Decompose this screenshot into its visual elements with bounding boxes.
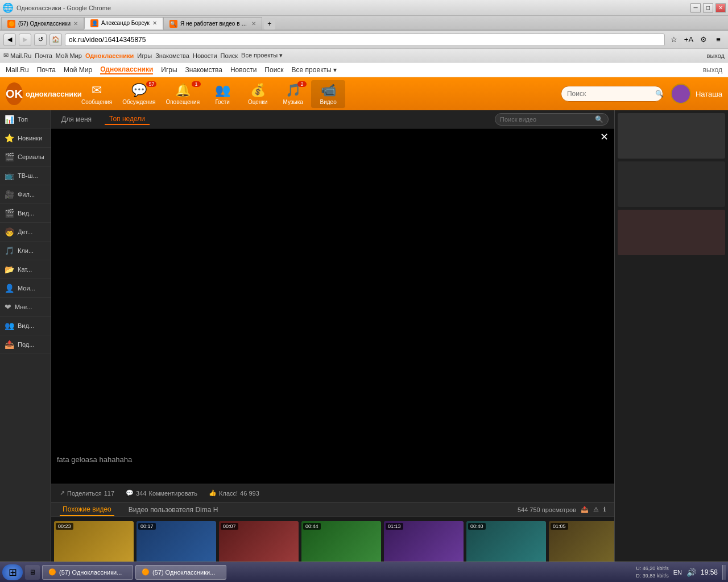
back-button[interactable]: ◀ — [3, 34, 16, 46]
tab-3[interactable]: 🔍 Я не работает видео в одн... ✕ — [163, 17, 262, 30]
nav-moimir[interactable]: Мой Мир — [64, 66, 92, 74]
tab-dlya-menya[interactable]: Для меня — [57, 114, 96, 124]
video-close-button[interactable]: ✕ — [598, 131, 610, 143]
sidebar-item-series[interactable]: 🎬 Сериалы — [0, 148, 51, 167]
home-button[interactable]: 🏠 — [49, 34, 62, 46]
show-desktop-btn[interactable] — [722, 565, 726, 580]
right-panel-thumb-1[interactable] — [618, 113, 725, 159]
vid-icon: 🎬 — [5, 209, 14, 218]
video-player[interactable] — [51, 128, 614, 484]
guests-label: Гости — [215, 99, 229, 105]
tab-user-video[interactable]: Видео пользователя Dima H — [126, 504, 221, 516]
tab-2[interactable]: 👤 Александр Борсук ✕ — [84, 17, 163, 30]
maximize-button[interactable]: □ — [703, 3, 713, 13]
ok-user-area[interactable]: Наташа — [671, 84, 722, 104]
bookmark-znakomstva[interactable]: Знакомства — [155, 52, 189, 59]
minimize-button[interactable]: ─ — [690, 3, 701, 13]
share-action[interactable]: ↗ Поделиться 117 — [60, 489, 114, 497]
video-search-input[interactable] — [500, 116, 592, 123]
nav-ok[interactable]: Одноклассники — [100, 65, 153, 74]
video-search-box: 🔍 — [495, 113, 609, 126]
sidebar-item-new[interactable]: ⭐ Новинки — [0, 129, 51, 148]
ok-nav-guests[interactable]: 👥 Гости — [205, 80, 239, 108]
language-indicator[interactable]: EN — [673, 569, 682, 576]
bookmark-mailru[interactable]: ✉ Mail.Ru — [3, 52, 31, 59]
bookmark-novosti[interactable]: Новости — [193, 52, 217, 59]
sidebar-item-tv[interactable]: 📺 ТВ-ш... — [0, 167, 51, 185]
taskbar-item-2[interactable]: 🟠 (57) Одноклассники... — [135, 565, 226, 580]
bookmark-moimir[interactable]: Мой Мир — [56, 52, 82, 59]
taskbar-show-desktop[interactable]: 🖥 — [25, 565, 40, 580]
nav-logout[interactable]: выход — [703, 66, 722, 74]
sidebar-item-top[interactable]: 📊 Топ — [0, 110, 51, 129]
url-input[interactable]: ok.ru/video/16414345875 — [65, 34, 665, 46]
ok-nav-video[interactable]: 📹 Видео — [311, 80, 345, 108]
bookmark-ok[interactable]: Одноклассники — [85, 52, 134, 59]
nav-poisk[interactable]: Поиск — [264, 66, 283, 74]
tab-similar[interactable]: Похожие видео — [60, 504, 114, 516]
sidebar-item-my[interactable]: 👤 Мои... — [0, 279, 51, 298]
bookmark-allprojects[interactable]: Все проекты ▾ — [241, 52, 283, 59]
taskbar-clock: 19:58 — [701, 568, 718, 576]
refresh-button[interactable]: ↺ — [34, 34, 47, 46]
ok-nav-ratings[interactable]: 💰 Оценки — [241, 80, 275, 108]
sidebar-item-friends-vid[interactable]: 👥 Вид... — [0, 317, 51, 335]
nav-igry[interactable]: Игры — [161, 66, 177, 74]
nav-vseproekty[interactable]: Все проекты ▾ — [292, 66, 337, 74]
thumb-5-img: 01:13 — [384, 521, 464, 562]
ok-nav-music[interactable]: 2 🎵 Музыка — [276, 80, 310, 108]
tab-1-close[interactable]: ✕ — [73, 20, 78, 27]
sidebar-item-clips[interactable]: 🎵 Кли... — [0, 242, 51, 260]
forward-button[interactable]: ▶ — [19, 34, 31, 46]
ok-nav-messages[interactable]: ✉ Сообщения — [77, 80, 117, 108]
notifications-badge: 1 — [192, 81, 201, 87]
tab-1[interactable]: 🟠 (57) Одноклассники ✕ — [1, 17, 84, 30]
new-icon: ⭐ — [5, 134, 14, 143]
sidebar-label-clips: Кли... — [18, 247, 34, 254]
bookmark-igry[interactable]: Игры — [137, 52, 152, 59]
ok-header: OK одноклассники ✉ Сообщения 57 💬 Обсужд… — [0, 77, 728, 110]
tab-3-close[interactable]: ✕ — [251, 20, 256, 27]
sidebar-item-liked[interactable]: ❤ Мне... — [0, 298, 51, 317]
sidebar-item-vid[interactable]: 🎬 Вид... — [0, 204, 51, 223]
nav-znakomstva[interactable]: Знакомства — [185, 66, 222, 74]
notifications-icon: 🔔 — [175, 83, 191, 98]
menu-icon[interactable]: ≡ — [712, 34, 725, 46]
ok-search-input[interactable] — [567, 90, 652, 98]
tab-top-nedeli[interactable]: Топ недели — [105, 114, 150, 125]
settings-icon[interactable]: ⚙ — [697, 34, 710, 46]
sidebar-item-cat[interactable]: 📂 Кат... — [0, 260, 51, 279]
right-panel-thumb-2[interactable] — [618, 161, 725, 207]
friends-vid-icon: 👥 — [5, 321, 14, 330]
video-toolbar: Для меня Топ недели 🔍 — [51, 110, 614, 128]
comment-action[interactable]: 💬 344 Комментировать — [126, 489, 197, 497]
bookmark-star-icon[interactable]: ☆ — [668, 34, 680, 46]
ok-logo[interactable]: OK одноклассники — [6, 82, 74, 105]
thumb-3-duration: 00:07 — [221, 523, 238, 530]
tab-2-close[interactable]: ✕ — [152, 20, 157, 26]
right-panel-thumb-3[interactable] — [618, 210, 725, 255]
taskbar-item-1[interactable]: 🟠 (57) Одноклассники... — [42, 565, 133, 580]
new-tab-button[interactable]: + — [264, 18, 275, 30]
browser-icon: 🌐 — [2, 2, 14, 13]
sidebar-item-films[interactable]: 🎥 Фил... — [0, 185, 51, 204]
bookmark-pochta[interactable]: Почта — [35, 52, 52, 59]
speaker-icon[interactable]: 🔊 — [686, 568, 696, 577]
nav-pochta[interactable]: Почта — [37, 66, 56, 74]
close-button[interactable]: ✕ — [715, 3, 726, 13]
network-info: U: 46,20 kbit/s D: 39,83 kbit/s — [636, 565, 669, 579]
ok-nav-discussions[interactable]: 57 💬 Обсуждения — [118, 80, 160, 108]
sidebar-item-subs[interactable]: 📤 Под... — [0, 335, 51, 354]
bookmark-poisk[interactable]: Поиск — [221, 52, 238, 59]
bookmark-vyhod[interactable]: выход — [707, 52, 725, 59]
mailru-label: Mail.Ru — [10, 52, 31, 59]
taskbar-icon-2: 🟠 — [142, 568, 150, 576]
nav-mailru[interactable]: Mail.Ru — [6, 66, 29, 74]
nav-novosti[interactable]: Новости — [230, 66, 257, 74]
taskbar-label-2: (57) Одноклассники... — [152, 569, 215, 576]
sidebar-item-kids[interactable]: 🧒 Дет... — [0, 223, 51, 242]
like-action[interactable]: 👍 Класс! 46 993 — [209, 489, 259, 497]
start-button[interactable]: ⊞ — [2, 564, 23, 580]
ok-nav-notifications[interactable]: 1 🔔 Оповещения — [161, 80, 204, 108]
plus-icon[interactable]: +A — [682, 34, 695, 46]
